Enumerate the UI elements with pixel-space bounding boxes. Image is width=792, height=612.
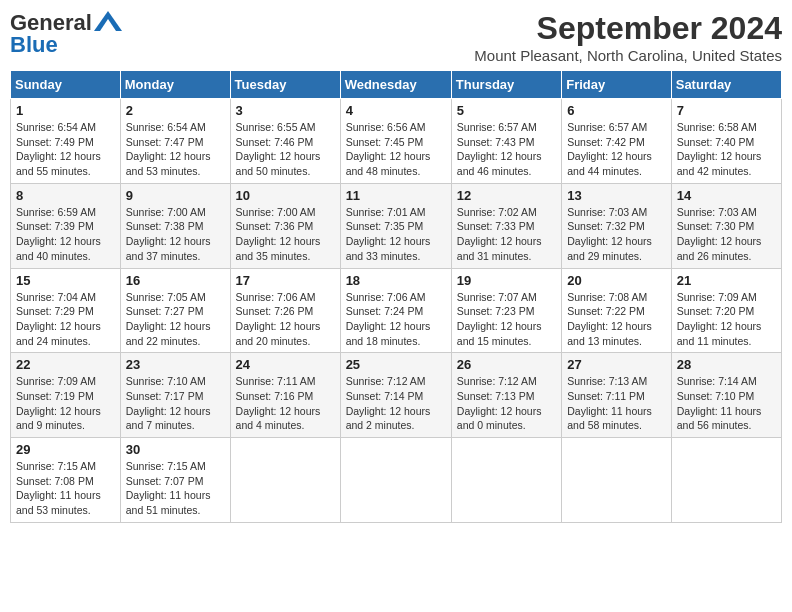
calendar-week-row: 8Sunrise: 6:59 AMSunset: 7:39 PMDaylight… (11, 183, 782, 268)
day-info: Sunrise: 7:00 AMSunset: 7:36 PMDaylight:… (236, 205, 335, 264)
day-number: 14 (677, 188, 776, 203)
day-info: Sunrise: 6:58 AMSunset: 7:40 PMDaylight:… (677, 120, 776, 179)
day-info: Sunrise: 6:57 AMSunset: 7:43 PMDaylight:… (457, 120, 556, 179)
weekday-header: Friday (562, 71, 672, 99)
calendar-day-cell: 19Sunrise: 7:07 AMSunset: 7:23 PMDayligh… (451, 268, 561, 353)
weekday-header: Wednesday (340, 71, 451, 99)
day-number: 20 (567, 273, 666, 288)
day-info: Sunrise: 6:54 AMSunset: 7:49 PMDaylight:… (16, 120, 115, 179)
day-info: Sunrise: 7:03 AMSunset: 7:30 PMDaylight:… (677, 205, 776, 264)
day-info: Sunrise: 7:01 AMSunset: 7:35 PMDaylight:… (346, 205, 446, 264)
day-number: 26 (457, 357, 556, 372)
day-number: 28 (677, 357, 776, 372)
calendar-day-cell: 30Sunrise: 7:15 AMSunset: 7:07 PMDayligh… (120, 438, 230, 523)
calendar-day-cell: 8Sunrise: 6:59 AMSunset: 7:39 PMDaylight… (11, 183, 121, 268)
day-info: Sunrise: 6:55 AMSunset: 7:46 PMDaylight:… (236, 120, 335, 179)
day-number: 4 (346, 103, 446, 118)
day-number: 1 (16, 103, 115, 118)
calendar-day-cell (340, 438, 451, 523)
day-number: 16 (126, 273, 225, 288)
calendar-day-cell: 24Sunrise: 7:11 AMSunset: 7:16 PMDayligh… (230, 353, 340, 438)
location: Mount Pleasant, North Carolina, United S… (474, 47, 782, 64)
day-info: Sunrise: 7:05 AMSunset: 7:27 PMDaylight:… (126, 290, 225, 349)
day-number: 9 (126, 188, 225, 203)
day-number: 18 (346, 273, 446, 288)
calendar-day-cell (451, 438, 561, 523)
day-info: Sunrise: 6:59 AMSunset: 7:39 PMDaylight:… (16, 205, 115, 264)
calendar-day-cell: 3Sunrise: 6:55 AMSunset: 7:46 PMDaylight… (230, 99, 340, 184)
day-info: Sunrise: 7:13 AMSunset: 7:11 PMDaylight:… (567, 374, 666, 433)
weekday-header: Saturday (671, 71, 781, 99)
calendar-day-cell: 26Sunrise: 7:12 AMSunset: 7:13 PMDayligh… (451, 353, 561, 438)
calendar-day-cell: 14Sunrise: 7:03 AMSunset: 7:30 PMDayligh… (671, 183, 781, 268)
calendar-day-cell: 28Sunrise: 7:14 AMSunset: 7:10 PMDayligh… (671, 353, 781, 438)
day-info: Sunrise: 7:07 AMSunset: 7:23 PMDaylight:… (457, 290, 556, 349)
calendar-day-cell: 20Sunrise: 7:08 AMSunset: 7:22 PMDayligh… (562, 268, 672, 353)
day-number: 23 (126, 357, 225, 372)
calendar-day-cell: 29Sunrise: 7:15 AMSunset: 7:08 PMDayligh… (11, 438, 121, 523)
calendar-week-row: 29Sunrise: 7:15 AMSunset: 7:08 PMDayligh… (11, 438, 782, 523)
day-info: Sunrise: 7:12 AMSunset: 7:13 PMDaylight:… (457, 374, 556, 433)
calendar-day-cell: 12Sunrise: 7:02 AMSunset: 7:33 PMDayligh… (451, 183, 561, 268)
calendar-day-cell: 2Sunrise: 6:54 AMSunset: 7:47 PMDaylight… (120, 99, 230, 184)
calendar-day-cell: 18Sunrise: 7:06 AMSunset: 7:24 PMDayligh… (340, 268, 451, 353)
day-info: Sunrise: 7:08 AMSunset: 7:22 PMDaylight:… (567, 290, 666, 349)
weekday-header: Thursday (451, 71, 561, 99)
calendar-day-cell: 13Sunrise: 7:03 AMSunset: 7:32 PMDayligh… (562, 183, 672, 268)
logo-icon (94, 11, 122, 31)
calendar-day-cell: 10Sunrise: 7:00 AMSunset: 7:36 PMDayligh… (230, 183, 340, 268)
calendar-week-row: 22Sunrise: 7:09 AMSunset: 7:19 PMDayligh… (11, 353, 782, 438)
day-number: 7 (677, 103, 776, 118)
calendar-day-cell (562, 438, 672, 523)
day-info: Sunrise: 6:57 AMSunset: 7:42 PMDaylight:… (567, 120, 666, 179)
calendar-day-cell (671, 438, 781, 523)
day-number: 30 (126, 442, 225, 457)
day-info: Sunrise: 7:12 AMSunset: 7:14 PMDaylight:… (346, 374, 446, 433)
day-number: 24 (236, 357, 335, 372)
calendar-day-cell: 1Sunrise: 6:54 AMSunset: 7:49 PMDaylight… (11, 99, 121, 184)
day-info: Sunrise: 7:11 AMSunset: 7:16 PMDaylight:… (236, 374, 335, 433)
calendar-table: SundayMondayTuesdayWednesdayThursdayFrid… (10, 70, 782, 523)
calendar-day-cell (230, 438, 340, 523)
calendar-week-row: 15Sunrise: 7:04 AMSunset: 7:29 PMDayligh… (11, 268, 782, 353)
day-info: Sunrise: 7:02 AMSunset: 7:33 PMDaylight:… (457, 205, 556, 264)
calendar-day-cell: 15Sunrise: 7:04 AMSunset: 7:29 PMDayligh… (11, 268, 121, 353)
calendar-day-cell: 23Sunrise: 7:10 AMSunset: 7:17 PMDayligh… (120, 353, 230, 438)
day-info: Sunrise: 7:10 AMSunset: 7:17 PMDaylight:… (126, 374, 225, 433)
day-info: Sunrise: 7:14 AMSunset: 7:10 PMDaylight:… (677, 374, 776, 433)
page-header: General Blue September 2024 Mount Pleasa… (10, 10, 782, 64)
day-number: 8 (16, 188, 115, 203)
day-info: Sunrise: 6:54 AMSunset: 7:47 PMDaylight:… (126, 120, 225, 179)
day-info: Sunrise: 7:15 AMSunset: 7:07 PMDaylight:… (126, 459, 225, 518)
calendar-week-row: 1Sunrise: 6:54 AMSunset: 7:49 PMDaylight… (11, 99, 782, 184)
day-number: 25 (346, 357, 446, 372)
day-number: 21 (677, 273, 776, 288)
calendar-day-cell: 16Sunrise: 7:05 AMSunset: 7:27 PMDayligh… (120, 268, 230, 353)
calendar-day-cell: 9Sunrise: 7:00 AMSunset: 7:38 PMDaylight… (120, 183, 230, 268)
day-info: Sunrise: 7:00 AMSunset: 7:38 PMDaylight:… (126, 205, 225, 264)
day-number: 17 (236, 273, 335, 288)
calendar-day-cell: 21Sunrise: 7:09 AMSunset: 7:20 PMDayligh… (671, 268, 781, 353)
calendar-day-cell: 25Sunrise: 7:12 AMSunset: 7:14 PMDayligh… (340, 353, 451, 438)
day-number: 27 (567, 357, 666, 372)
calendar-day-cell: 27Sunrise: 7:13 AMSunset: 7:11 PMDayligh… (562, 353, 672, 438)
day-info: Sunrise: 7:09 AMSunset: 7:19 PMDaylight:… (16, 374, 115, 433)
day-info: Sunrise: 7:03 AMSunset: 7:32 PMDaylight:… (567, 205, 666, 264)
weekday-header: Monday (120, 71, 230, 99)
month-title: September 2024 (474, 10, 782, 47)
day-number: 3 (236, 103, 335, 118)
day-info: Sunrise: 7:06 AMSunset: 7:26 PMDaylight:… (236, 290, 335, 349)
weekday-header: Sunday (11, 71, 121, 99)
weekday-header-row: SundayMondayTuesdayWednesdayThursdayFrid… (11, 71, 782, 99)
day-number: 29 (16, 442, 115, 457)
calendar-day-cell: 17Sunrise: 7:06 AMSunset: 7:26 PMDayligh… (230, 268, 340, 353)
calendar-day-cell: 11Sunrise: 7:01 AMSunset: 7:35 PMDayligh… (340, 183, 451, 268)
day-info: Sunrise: 7:06 AMSunset: 7:24 PMDaylight:… (346, 290, 446, 349)
day-number: 2 (126, 103, 225, 118)
calendar-day-cell: 4Sunrise: 6:56 AMSunset: 7:45 PMDaylight… (340, 99, 451, 184)
logo: General Blue (10, 10, 122, 58)
logo-blue: Blue (10, 32, 58, 58)
calendar-day-cell: 7Sunrise: 6:58 AMSunset: 7:40 PMDaylight… (671, 99, 781, 184)
day-number: 22 (16, 357, 115, 372)
calendar-day-cell: 5Sunrise: 6:57 AMSunset: 7:43 PMDaylight… (451, 99, 561, 184)
